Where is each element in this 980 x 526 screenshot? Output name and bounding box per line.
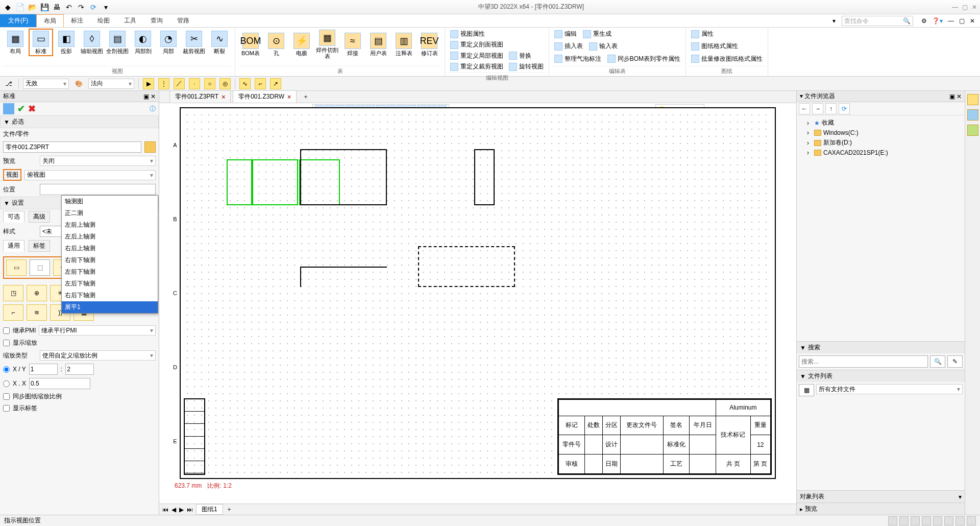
opt-rbd[interactable]: 右后下轴测 xyxy=(62,290,158,301)
filelist-view-icon[interactable]: ▦ xyxy=(799,384,814,396)
opt-lbu[interactable]: 左后上轴测 xyxy=(62,231,158,243)
sheet-next-icon[interactable]: ▶ xyxy=(179,506,184,513)
subtab-general[interactable]: 通用 xyxy=(3,240,24,252)
input-position[interactable] xyxy=(40,184,156,195)
dd-scale-type[interactable]: 使用自定义缩放比例 xyxy=(40,350,156,361)
panel-close-icon[interactable]: ✕ xyxy=(151,93,156,100)
inner-max-icon[interactable]: ▢ xyxy=(959,17,965,25)
redo-icon[interactable]: ↷ xyxy=(77,3,86,12)
opt-lfd[interactable]: 左前下轴测 xyxy=(62,266,158,278)
sheet-add-icon[interactable]: ＋ xyxy=(226,505,232,514)
st-1[interactable] xyxy=(888,516,897,525)
snap-5[interactable]: ◎ xyxy=(219,78,231,89)
btn-redef-crop[interactable]: 重定义裁剪视图 xyxy=(448,61,505,72)
dispmode-1[interactable]: ▭ xyxy=(6,259,27,276)
st-8[interactable] xyxy=(967,516,976,525)
st-3[interactable] xyxy=(911,516,920,525)
info-icon[interactable]: ⓘ xyxy=(150,105,156,113)
nav-refresh-icon[interactable]: ⟳ xyxy=(839,103,850,114)
btn-regen[interactable]: 重生成 xyxy=(581,29,614,39)
opt-rbu[interactable]: 右后上轴测 xyxy=(62,243,158,254)
btn-crop-view[interactable]: ✂裁剪视图 xyxy=(182,29,206,56)
snap-2[interactable]: ／ xyxy=(174,78,185,89)
fr-2[interactable] xyxy=(967,109,978,121)
dd-view[interactable]: 俯视图 xyxy=(24,170,156,180)
pin-icon[interactable]: ▣ xyxy=(143,93,149,100)
view-dropdown-list[interactable]: 轴测图 正二测 左前上轴测 左后上轴测 右后上轴测 右前下轴测 左前下轴测 左后… xyxy=(61,195,158,314)
btn-props[interactable]: 属性 xyxy=(689,29,765,39)
snap-6[interactable]: ∿ xyxy=(239,78,251,89)
pin-icon[interactable]: ▣ xyxy=(949,93,955,100)
btn-standard[interactable]: ▭标准 xyxy=(29,29,53,56)
cancel-button[interactable]: ✖ xyxy=(28,103,36,114)
gear-icon[interactable]: ⚙ xyxy=(921,17,927,25)
snap-3[interactable]: · xyxy=(189,78,200,89)
snap-7[interactable]: ⌐ xyxy=(255,78,266,89)
btn-sheet-format[interactable]: 图纸格式属性 xyxy=(689,41,765,52)
sheet-last-icon[interactable]: ⏭ xyxy=(187,506,193,513)
refresh-icon[interactable]: ⟳ xyxy=(89,3,98,12)
sheet-tab-1[interactable]: 图纸1 xyxy=(196,504,223,515)
tool-b[interactable]: 🎨 xyxy=(73,78,84,89)
inp-xx[interactable] xyxy=(29,378,90,389)
canvas[interactable]: 💡 Layer0000 ▾ ABCDE xyxy=(159,103,796,504)
btn-sync-bom[interactable]: 同步BOM表到零件属性 xyxy=(605,54,682,64)
sheet-prev-icon[interactable]: ◀ xyxy=(172,506,176,513)
st-5[interactable] xyxy=(933,516,942,525)
close-tab-icon[interactable]: × xyxy=(287,93,291,101)
btn-note-table[interactable]: ▥注释表 xyxy=(391,29,416,60)
chk-show-scale[interactable] xyxy=(3,340,10,346)
tab-annotate[interactable]: 标注 xyxy=(64,14,90,27)
tree-d[interactable]: ›新加卷(D:) xyxy=(799,137,963,148)
btn-weld-cut[interactable]: ▦焊件切割表 xyxy=(315,29,339,60)
st-7[interactable] xyxy=(955,516,965,525)
tab-tools[interactable]: 工具 xyxy=(117,14,143,27)
search-opt-btn[interactable]: ✎ xyxy=(947,355,963,368)
btn-input-table[interactable]: 输入表 xyxy=(587,41,620,52)
opt-lfu[interactable]: 左前上轴测 xyxy=(62,219,158,231)
section-required[interactable]: ▼ 必选 xyxy=(0,115,159,128)
save-icon[interactable]: 💾 xyxy=(40,3,49,12)
dispmode-2[interactable]: ⬚ xyxy=(30,259,50,276)
btn-view-props[interactable]: 视图属性 xyxy=(448,29,546,39)
fr-3[interactable] xyxy=(967,125,978,136)
btn-replace[interactable]: 替换 xyxy=(507,51,533,61)
nav-back-icon[interactable]: ← xyxy=(799,103,810,114)
browse-icon[interactable] xyxy=(144,141,156,153)
btn-aux-view[interactable]: ◊辅助视图 xyxy=(80,29,104,56)
nav-fwd-icon[interactable]: → xyxy=(812,103,823,114)
btn-local[interactable]: ◔局部 xyxy=(156,29,181,56)
dd-invalid[interactable]: 无效 xyxy=(23,79,69,89)
btn-redef-local[interactable]: 重定义局部视图 xyxy=(448,51,505,61)
dd-inherit-parallel[interactable]: 继承平行PMI xyxy=(39,325,156,336)
cube-icon[interactable] xyxy=(3,103,14,114)
chk-inherit-pmi[interactable] xyxy=(3,327,10,334)
undo-icon[interactable]: ↶ xyxy=(64,3,74,12)
doctab-prt[interactable]: 零件001.Z3PRT× xyxy=(169,90,231,103)
radio-xy[interactable] xyxy=(3,366,10,373)
btn-bom[interactable]: BOMBOM表 xyxy=(238,29,263,60)
tab-query[interactable]: 查询 xyxy=(143,14,170,27)
inner-close-icon[interactable]: ✕ xyxy=(970,17,975,25)
ribbon-min-icon[interactable]: ▾ xyxy=(829,14,839,27)
dd-normal[interactable]: 法向 xyxy=(88,79,134,89)
tab-advanced[interactable]: 高级 xyxy=(29,211,50,223)
tab-piping[interactable]: 管路 xyxy=(170,14,197,27)
search-input[interactable] xyxy=(799,355,928,368)
inp-xy-a[interactable] xyxy=(29,364,58,375)
optico-1[interactable]: ◳ xyxy=(3,285,23,301)
tool-a[interactable]: ⎇ xyxy=(3,78,14,89)
radio-xx[interactable] xyxy=(3,380,10,387)
btn-redef-section[interactable]: 重定义剖面视图 xyxy=(448,39,505,50)
input-filepart[interactable] xyxy=(3,141,141,153)
tab-layout[interactable]: 布局 xyxy=(36,14,64,27)
opt-dimetric[interactable]: 正二测 xyxy=(62,207,158,219)
btn-batch-format[interactable]: 批量修改图纸格式属性 xyxy=(689,54,765,64)
tree-fav[interactable]: ›★收藏 xyxy=(799,117,963,128)
command-search[interactable]: 查找命令🔍 xyxy=(842,16,913,26)
ok-button[interactable]: ✔ xyxy=(17,103,25,114)
search-btn[interactable]: 🔍 xyxy=(930,355,945,368)
snap-1[interactable]: ⋮ xyxy=(158,78,169,89)
btn-full-section[interactable]: ▤全剖视图 xyxy=(105,29,130,56)
btn-break[interactable]: ∿断裂 xyxy=(207,29,232,56)
